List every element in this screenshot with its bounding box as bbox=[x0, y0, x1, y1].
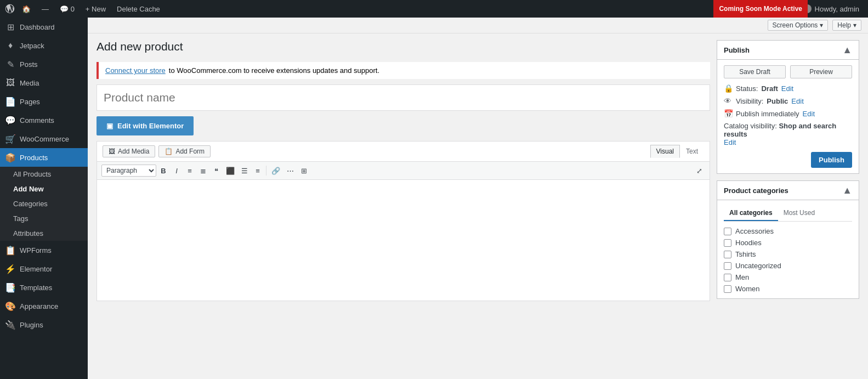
save-draft-button[interactable]: Save Draft bbox=[724, 65, 786, 78]
accessories-checkbox[interactable] bbox=[724, 228, 731, 235]
visibility-edit-link[interactable]: Edit bbox=[791, 97, 803, 105]
sidebar-item-posts[interactable]: ✎ Posts bbox=[0, 55, 88, 73]
home-icon[interactable]: 🏠 bbox=[18, 5, 35, 13]
table-button[interactable]: ⊞ bbox=[298, 165, 310, 177]
sidebar-item-pages[interactable]: 📄 Pages bbox=[0, 92, 88, 111]
jetpack-icon: ♦ bbox=[5, 41, 15, 50]
media-toolbar: 🖼 Add Media 📋 Add Form Visual Text bbox=[97, 142, 710, 162]
bold-button[interactable]: B bbox=[157, 165, 169, 177]
status-edit-link[interactable]: Edit bbox=[781, 84, 793, 93]
new-button[interactable]: + New bbox=[81, 5, 110, 13]
most-used-tab[interactable]: Most Used bbox=[778, 206, 820, 221]
notice-text: to WooCommerce.com to receive extensions… bbox=[169, 66, 379, 75]
sidebar-item-appearance[interactable]: 🎨 Appearance bbox=[0, 297, 88, 315]
sidebar-item-comments[interactable]: 💬 Comments bbox=[0, 111, 88, 129]
publish-meta-box: Publish ▲ Save Draft Preview 🔒 Status: D… bbox=[717, 40, 859, 174]
visual-tab[interactable]: Visual bbox=[650, 145, 680, 158]
plugins-icon: 🔌 bbox=[5, 320, 15, 330]
appearance-icon: 🎨 bbox=[5, 301, 15, 311]
sidebar-item-add-new[interactable]: Add New bbox=[0, 182, 88, 196]
publish-time-edit-link[interactable]: Edit bbox=[803, 110, 815, 118]
publish-box-header: Publish ▲ bbox=[717, 41, 859, 60]
tshirts-checkbox[interactable] bbox=[724, 251, 731, 258]
delete-cache-button[interactable]: Delete Cache bbox=[112, 5, 164, 13]
sidebar-item-elementor[interactable]: ⚡ Elementor bbox=[0, 259, 88, 278]
elementor-btn-icon: ▣ bbox=[106, 122, 113, 130]
dashboard-icon: ⊞ bbox=[5, 22, 15, 32]
tshirts-label: Tshirts bbox=[735, 250, 756, 258]
align-left-button[interactable]: ⬛ bbox=[223, 165, 237, 177]
sidebar-item-dashboard[interactable]: ⊞ Dashboard bbox=[0, 18, 88, 36]
sidebar-item-plugins[interactable]: 🔌 Plugins bbox=[0, 315, 88, 334]
sidebar-item-templates[interactable]: 📑 Templates bbox=[0, 278, 88, 297]
all-categories-tab[interactable]: All categories bbox=[724, 206, 778, 221]
product-name-input[interactable] bbox=[104, 91, 703, 104]
sidebar-item-label: Media bbox=[20, 79, 39, 87]
status-icon: 🔒 bbox=[724, 84, 733, 93]
help-button[interactable]: Help ▾ bbox=[832, 20, 861, 31]
hoodies-checkbox[interactable] bbox=[724, 239, 731, 247]
woocommerce-icon: 🛒 bbox=[5, 134, 15, 144]
more-options-button[interactable]: ⋯ bbox=[284, 165, 297, 177]
ordered-list-button[interactable]: ≣ bbox=[197, 165, 209, 177]
status-row: 🔒 Status: Draft Edit bbox=[724, 84, 852, 93]
sidebar-item-label: Comments bbox=[20, 116, 54, 125]
publish-box-toggle[interactable]: ▲ bbox=[842, 45, 852, 55]
editor-block: 🖼 Add Media 📋 Add Form Visual Text bbox=[97, 141, 710, 301]
add-form-label: Add Form bbox=[175, 148, 205, 155]
visibility-value: Public bbox=[767, 97, 788, 105]
women-checkbox[interactable] bbox=[724, 285, 731, 293]
sidebar-item-label: Posts bbox=[20, 60, 38, 69]
site-name[interactable]: — bbox=[37, 5, 53, 13]
preview-button[interactable]: Preview bbox=[790, 65, 852, 78]
align-center-button[interactable]: ☰ bbox=[239, 165, 251, 177]
attributes-label: Attributes bbox=[13, 229, 43, 237]
list-item: Uncategorized bbox=[724, 262, 852, 270]
sidebar-item-label: WPForms bbox=[20, 246, 52, 254]
fullscreen-button[interactable]: ⤢ bbox=[693, 165, 705, 177]
connect-store-link[interactable]: Connect your store bbox=[105, 66, 166, 75]
sidebar-item-label: Plugins bbox=[20, 321, 43, 329]
align-right-button[interactable]: ≡ bbox=[252, 165, 264, 177]
editor-body[interactable] bbox=[97, 180, 710, 301]
sidebar-item-label: Appearance bbox=[20, 302, 58, 310]
format-toolbar: Paragraph Heading 1 Heading 2 Heading 3 … bbox=[97, 162, 710, 180]
list-item: Tshirts bbox=[724, 250, 852, 258]
categories-box-toggle[interactable]: ▲ bbox=[842, 185, 852, 195]
wordpress-logo-icon[interactable] bbox=[4, 3, 15, 14]
italic-button[interactable]: I bbox=[171, 165, 183, 177]
sidebar-item-label: Templates bbox=[20, 284, 52, 292]
uncategorized-checkbox[interactable] bbox=[724, 262, 731, 270]
sidebar-item-media[interactable]: 🖼 Media bbox=[0, 73, 88, 92]
sidebar-item-wpforms[interactable]: 📋 WPForms bbox=[0, 241, 88, 259]
publish-button[interactable]: Publish bbox=[811, 152, 852, 168]
sidebar-item-jetpack[interactable]: ♦ Jetpack bbox=[0, 36, 88, 55]
edit-with-elementor-button[interactable]: ▣ Edit with Elementor bbox=[97, 116, 194, 135]
comments-icon[interactable]: 💬 0 bbox=[55, 5, 79, 13]
sidebar-item-products[interactable]: 📦 Products bbox=[0, 148, 88, 167]
blockquote-button[interactable]: ❝ bbox=[210, 165, 222, 177]
product-categories-meta-box: Product categories ▲ All categories Most… bbox=[717, 180, 859, 299]
help-chevron-icon: ▾ bbox=[853, 21, 856, 29]
link-button[interactable]: 🔗 bbox=[269, 165, 283, 177]
elementor-btn-label: Edit with Elementor bbox=[117, 122, 184, 130]
add-form-icon: 📋 bbox=[164, 148, 173, 155]
text-tab[interactable]: Text bbox=[680, 145, 704, 158]
add-form-button[interactable]: 📋 Add Form bbox=[158, 145, 211, 157]
sidebar-item-attributes[interactable]: Attributes bbox=[0, 226, 88, 241]
men-checkbox[interactable] bbox=[724, 274, 731, 281]
howdy-section[interactable]: Howdy, admin bbox=[798, 4, 864, 13]
screen-options-button[interactable]: Screen Options ▾ bbox=[768, 20, 829, 31]
sidebar-item-all-products[interactable]: All Products bbox=[0, 167, 88, 182]
sidebar-item-woocommerce[interactable]: 🛒 WooCommerce bbox=[0, 129, 88, 148]
sidebar-item-label: Dashboard bbox=[20, 23, 55, 31]
add-media-label: Add Media bbox=[118, 148, 149, 155]
add-media-button[interactable]: 🖼 Add Media bbox=[103, 145, 155, 157]
catalog-edit-link[interactable]: Edit bbox=[724, 138, 852, 146]
wpforms-icon: 📋 bbox=[5, 245, 15, 255]
paragraph-format-select[interactable]: Paragraph Heading 1 Heading 2 Heading 3 … bbox=[101, 165, 156, 177]
unordered-list-button[interactable]: ≡ bbox=[184, 165, 196, 177]
sidebar-item-tags[interactable]: Tags bbox=[0, 211, 88, 226]
catalog-visibility-row: Catalog visibility: Shop and search resu… bbox=[724, 122, 852, 146]
sidebar-item-categories[interactable]: Categories bbox=[0, 196, 88, 211]
